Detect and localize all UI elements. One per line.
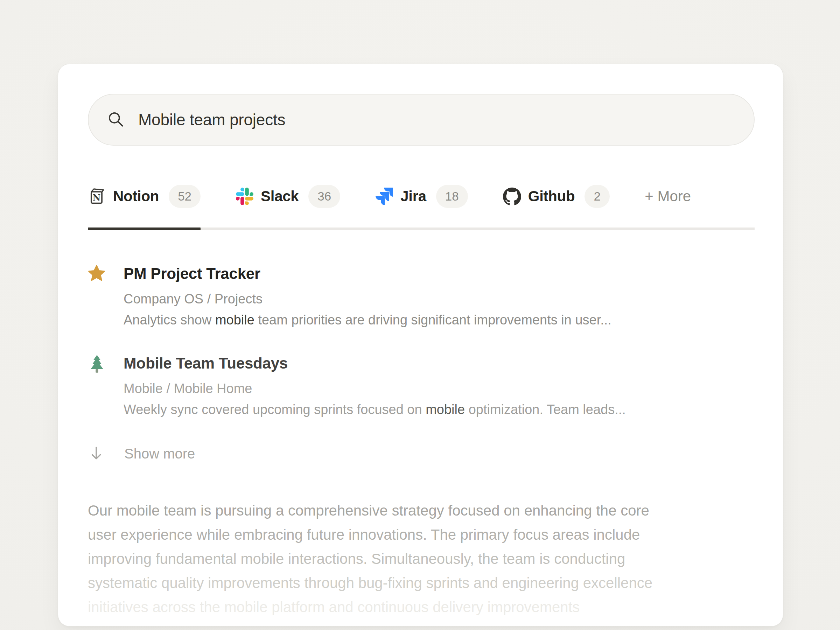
result-mobile-team-tuesdays[interactable]: Mobile Team Tuesdays Mobile / Mobile Hom… [88, 354, 754, 418]
tab-notion-label: Notion [113, 188, 159, 205]
tab-github-count: 2 [584, 185, 610, 208]
snippet-text: optimization. Team leads... [465, 402, 626, 417]
show-more-button[interactable]: Show more [88, 445, 754, 463]
github-icon [503, 187, 521, 205]
tab-github[interactable]: Github 2 [503, 185, 610, 208]
snippet-text: team priorities are driving significant … [254, 313, 611, 327]
tab-more[interactable]: + More [645, 188, 691, 205]
tab-github-label: Github [528, 188, 575, 205]
result-snippet: Analytics show mobile team priorities ar… [123, 311, 611, 328]
result-pm-project-tracker[interactable]: PM Project Tracker Company OS / Projects… [88, 264, 754, 328]
result-snippet: Weekly sync covered upcoming sprints foc… [123, 401, 626, 418]
notion-icon: N [88, 187, 106, 205]
summary-line: user experience while embracing future i… [88, 523, 755, 547]
source-tabs: N Notion 52 Slack 36 [88, 185, 755, 230]
star-icon [88, 264, 105, 328]
summary-line: systematic quality improvements through … [88, 571, 755, 595]
results-list: PM Project Tracker Company OS / Projects… [88, 264, 754, 418]
tab-jira-label: Jira [400, 188, 426, 205]
result-body: Mobile Team Tuesdays Mobile / Mobile Hom… [123, 354, 626, 418]
show-more-label: Show more [124, 446, 195, 462]
arrow-down-icon [88, 445, 105, 462]
snippet-text: Weekly sync covered upcoming sprints foc… [123, 402, 426, 417]
ai-summary: Our mobile team is pursuing a comprehens… [88, 498, 755, 619]
result-title[interactable]: Mobile Team Tuesdays [123, 354, 626, 373]
tree-icon [88, 354, 105, 418]
search-bar[interactable]: Mobile team projects [88, 94, 755, 145]
result-breadcrumb: Mobile / Mobile Home [123, 380, 626, 397]
result-breadcrumb: Company OS / Projects [123, 291, 611, 307]
slack-icon [235, 187, 254, 205]
svg-text:N: N [93, 193, 101, 203]
snippet-text: Analytics show [123, 313, 215, 327]
tab-notion[interactable]: N Notion 52 [88, 185, 201, 208]
summary-line: improving fundamental mobile interaction… [88, 547, 755, 571]
search-input[interactable]: Mobile team projects [138, 110, 285, 129]
jira-icon [375, 187, 393, 205]
tab-notion-count: 52 [169, 185, 201, 208]
search-results-panel: Mobile team projects N Notion 52 [58, 64, 783, 627]
snippet-highlight: mobile [426, 402, 465, 417]
tab-slack-count: 36 [308, 185, 340, 208]
result-body: PM Project Tracker Company OS / Projects… [123, 264, 611, 328]
summary-line-faded: initiatives across the mobile platform a… [88, 595, 755, 619]
tab-slack-label: Slack [261, 188, 298, 205]
tab-jira-count: 18 [436, 185, 468, 208]
search-icon [107, 110, 126, 129]
snippet-highlight: mobile [215, 313, 254, 327]
tab-jira[interactable]: Jira 18 [375, 185, 467, 208]
summary-line: Our mobile team is pursuing a comprehens… [88, 498, 755, 523]
result-title[interactable]: PM Project Tracker [123, 264, 611, 284]
tab-slack[interactable]: Slack 36 [235, 185, 340, 208]
